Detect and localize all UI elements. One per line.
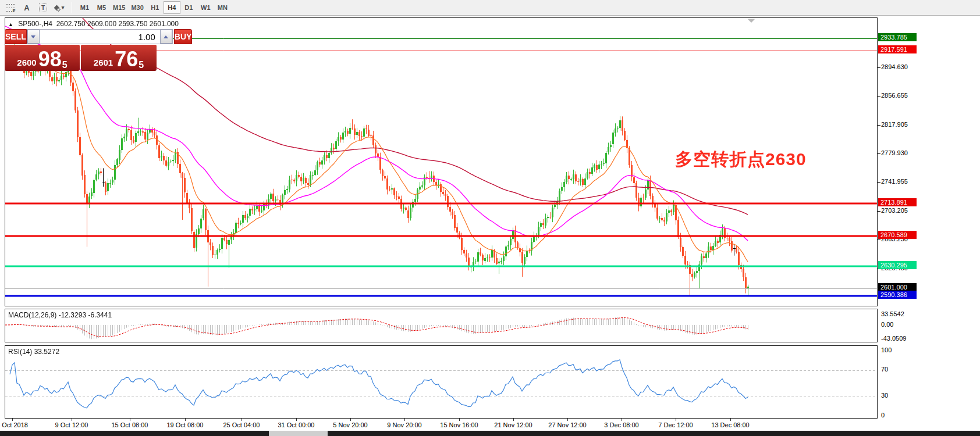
chart-ohlc-header: ▲ SP500-,H4 2602.750 2609.000 2593.750 2…	[8, 20, 179, 28]
chart-text-annotation: 多空转折点2630	[675, 148, 826, 171]
time-tick-label: 5 Nov 20:00	[333, 421, 367, 428]
drawing-tools-group: FAT▾	[0, 0, 70, 15]
timeframe-group: M1M5M15M30H1H4D1W1MN	[74, 0, 233, 15]
macd-canvas[interactable]	[5, 309, 877, 342]
up-triangle-icon	[164, 35, 168, 38]
symbol-period-label: SP500-,H4	[18, 20, 52, 28]
time-tick-mark	[12, 419, 13, 421]
time-tick-mark	[567, 419, 568, 421]
toolbar: FAT▾ M1M5M15M30H1H4D1W1MN	[0, 0, 980, 16]
price-tick-mark	[878, 240, 880, 240]
price-tick-label: 2817.905	[881, 121, 908, 128]
time-tick-label: 3 Oct 2018	[0, 421, 28, 428]
time-tick-mark	[130, 419, 130, 421]
time-tick-mark	[185, 419, 186, 421]
text-label-icon[interactable]: T	[35, 1, 51, 14]
chart-shift-marker-icon[interactable]	[747, 19, 755, 23]
timeframe-h1-button[interactable]: H1	[147, 1, 164, 14]
one-click-trading-panel: SELL BUY 2600 98 5 2601 76 5	[5, 29, 157, 71]
buy-button[interactable]: BUY	[174, 29, 193, 44]
price-tick-label: 2894.630	[881, 63, 908, 70]
background-window-edge	[0, 431, 980, 436]
time-tick-mark	[459, 419, 460, 421]
indicator-scale-label: 100	[881, 346, 892, 353]
timeframe-d1-button[interactable]: D1	[180, 1, 197, 14]
collapse-triangle-icon[interactable]: ▲	[8, 22, 13, 27]
timeframe-mn-button[interactable]: MN	[214, 1, 231, 14]
sell-quote[interactable]: 2600 98 5	[5, 45, 80, 71]
indicator-scale-label: -43.0509	[881, 335, 906, 342]
low-value: 2593.750	[118, 20, 147, 28]
volume-box	[27, 29, 173, 44]
close-value: 2601.000	[150, 20, 179, 28]
price-level-badge: 2933.785	[878, 33, 917, 41]
volume-decrease-button[interactable]	[27, 30, 40, 44]
timeframe-m5-button[interactable]: M5	[93, 1, 110, 14]
time-tick-label: 15 Nov 16:00	[440, 421, 478, 428]
volume-input[interactable]	[40, 30, 160, 44]
indicator-scale-label: 70	[881, 366, 888, 373]
buy-quote[interactable]: 2601 76 5	[81, 45, 157, 71]
time-tick-label: 7 Dec 12:00	[658, 421, 693, 428]
time-tick-label: 3 Dec 08:00	[604, 421, 638, 428]
time-tick-label: 25 Oct 04:00	[223, 421, 260, 428]
price-tick-mark	[878, 182, 880, 183]
timeframe-m15-button[interactable]: M15	[110, 1, 128, 14]
sell-button[interactable]: SELL	[5, 29, 27, 44]
indicator-scale-label: 30	[881, 392, 888, 399]
price-level-badge: 2630.295	[878, 261, 917, 269]
price-level-badge: 2670.589	[878, 231, 917, 239]
price-level-badge: 2601.000	[878, 283, 917, 291]
indicator-scale-label: 0	[881, 412, 885, 419]
time-tick-label: 21 Nov 12:00	[494, 421, 532, 428]
mt4-chart-window: FAT▾ M1M5M15M30H1H4D1W1MN ▲ SP500-,H4 26…	[0, 0, 980, 436]
macd-indicator-pane[interactable]	[5, 309, 878, 342]
open-value: 2602.750	[56, 20, 86, 28]
timeframe-h4-button[interactable]: H4	[164, 1, 180, 14]
price-tick-mark	[878, 96, 880, 97]
timeframe-w1-button[interactable]: W1	[197, 1, 214, 14]
price-tick-mark	[878, 211, 880, 212]
time-axis[interactable]: 3 Oct 20189 Oct 12:0015 Oct 08:0019 Oct …	[0, 419, 980, 431]
price-tick-label: 2779.930	[881, 149, 908, 156]
crosshair-fibo-icon[interactable]: F	[3, 1, 18, 14]
down-triangle-icon	[31, 35, 35, 38]
buy-price-prefix: 2601	[94, 58, 113, 67]
time-tick-label: 19 Oct 08:00	[167, 421, 204, 428]
macd-label: MACD(12,26,9) -12.3293 -6.3441	[8, 311, 112, 319]
price-tick-mark	[878, 153, 880, 154]
time-tick-mark	[730, 419, 731, 421]
sell-price-big: 98	[38, 49, 62, 69]
buy-price-big: 76	[115, 49, 138, 69]
buy-price-sup: 5	[139, 61, 144, 69]
time-tick-mark	[72, 419, 72, 421]
price-tick-label: 2741.955	[881, 178, 908, 185]
time-tick-mark	[404, 419, 405, 421]
rsi-canvas[interactable]	[5, 346, 877, 418]
time-tick-mark	[296, 419, 297, 421]
time-tick-mark	[242, 419, 242, 421]
text-annotation-icon[interactable]: A	[19, 1, 34, 14]
volume-increase-button[interactable]	[160, 30, 172, 44]
price-level-badge: 2590.386	[878, 291, 917, 299]
time-tick-label: 31 Oct 00:00	[278, 421, 315, 428]
price-tick-label: 2703.205	[881, 207, 908, 214]
rsi-indicator-pane[interactable]	[5, 345, 878, 419]
timeframe-m30-button[interactable]: M30	[128, 1, 146, 14]
price-level-badge: 2713.891	[878, 198, 917, 206]
time-tick-mark	[513, 419, 514, 421]
shapes-arrows-icon[interactable]: ▾	[52, 1, 67, 14]
price-level-badge: 2917.591	[878, 45, 917, 53]
price-tick-mark	[878, 125, 880, 126]
indicator-scale-label: 33.5542	[881, 310, 904, 317]
time-tick-label: 9 Nov 20:00	[387, 421, 421, 428]
timeframe-m1-button[interactable]: M1	[76, 1, 93, 14]
toolbar-separator	[72, 2, 72, 13]
time-tick-label: 15 Oct 08:00	[112, 421, 148, 428]
indicator-scale-label: 0.00	[881, 321, 893, 328]
high-value: 2609.000	[87, 20, 116, 28]
time-tick-label: 13 Dec 08:00	[711, 421, 749, 428]
time-tick-mark	[350, 419, 351, 421]
rsi-label: RSI(14) 33.5272	[8, 348, 59, 356]
sell-price-sup: 5	[62, 61, 68, 69]
